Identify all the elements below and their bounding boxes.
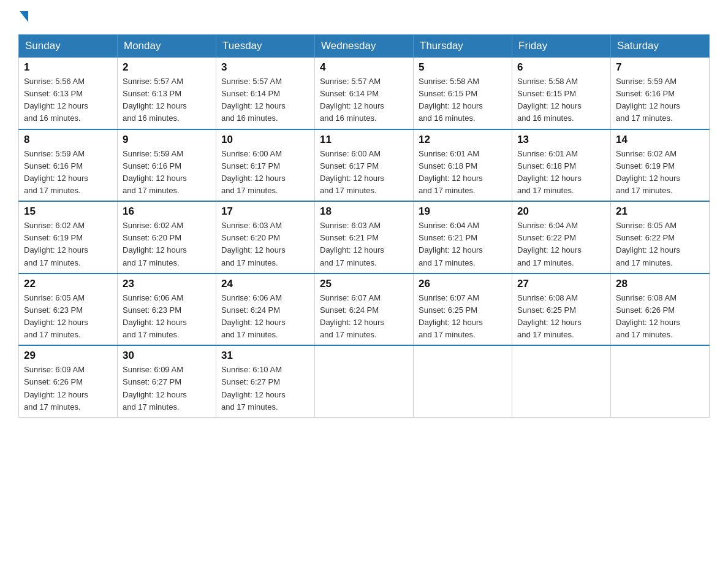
calendar-cell: 27 Sunrise: 6:08 AMSunset: 6:25 PMDaylig… <box>512 274 611 346</box>
calendar-cell: 9 Sunrise: 5:59 AMSunset: 6:16 PMDayligh… <box>118 129 216 202</box>
day-number: 14 <box>616 134 704 146</box>
day-info: Sunrise: 5:59 AMSunset: 6:16 PMDaylight:… <box>24 149 88 195</box>
day-number: 27 <box>517 278 605 290</box>
calendar-cell <box>315 345 414 417</box>
day-info: Sunrise: 6:07 AMSunset: 6:24 PMDaylight:… <box>320 293 384 339</box>
day-info: Sunrise: 6:03 AMSunset: 6:21 PMDaylight:… <box>320 221 384 267</box>
day-info: Sunrise: 5:58 AMSunset: 6:15 PMDaylight:… <box>517 77 582 123</box>
week-row-3: 15 Sunrise: 6:02 AMSunset: 6:19 PMDaylig… <box>19 201 710 274</box>
day-info: Sunrise: 6:02 AMSunset: 6:20 PMDaylight:… <box>123 221 187 267</box>
logo <box>18 12 28 23</box>
day-number: 21 <box>616 205 704 218</box>
calendar-cell: 14 Sunrise: 6:02 AMSunset: 6:19 PMDaylig… <box>611 129 710 202</box>
day-info: Sunrise: 6:07 AMSunset: 6:25 PMDaylight:… <box>419 293 483 339</box>
day-info: Sunrise: 5:59 AMSunset: 6:16 PMDaylight:… <box>123 149 187 195</box>
week-row-5: 29 Sunrise: 6:09 AMSunset: 6:26 PMDaylig… <box>19 345 710 417</box>
day-number: 9 <box>123 134 211 146</box>
calendar-cell: 30 Sunrise: 6:09 AMSunset: 6:27 PMDaylig… <box>118 345 216 417</box>
page-header <box>18 12 710 23</box>
calendar-cell: 17 Sunrise: 6:03 AMSunset: 6:20 PMDaylig… <box>216 201 315 274</box>
header-thursday: Thursday <box>414 35 512 58</box>
day-info: Sunrise: 6:03 AMSunset: 6:20 PMDaylight:… <box>221 221 286 267</box>
calendar-cell: 25 Sunrise: 6:07 AMSunset: 6:24 PMDaylig… <box>315 274 414 346</box>
day-info: Sunrise: 6:08 AMSunset: 6:26 PMDaylight:… <box>616 293 680 339</box>
day-info: Sunrise: 6:10 AMSunset: 6:27 PMDaylight:… <box>221 365 286 411</box>
day-info: Sunrise: 5:58 AMSunset: 6:15 PMDaylight:… <box>419 77 483 123</box>
day-info: Sunrise: 5:59 AMSunset: 6:16 PMDaylight:… <box>616 77 680 123</box>
day-info: Sunrise: 6:01 AMSunset: 6:18 PMDaylight:… <box>517 149 582 195</box>
day-number: 23 <box>123 278 211 290</box>
calendar-cell: 20 Sunrise: 6:04 AMSunset: 6:22 PMDaylig… <box>512 201 611 274</box>
calendar-cell: 21 Sunrise: 6:05 AMSunset: 6:22 PMDaylig… <box>611 201 710 274</box>
week-row-1: 1 Sunrise: 5:56 AMSunset: 6:13 PMDayligh… <box>19 58 710 129</box>
header-friday: Friday <box>512 35 611 58</box>
day-number: 18 <box>320 205 408 218</box>
day-number: 13 <box>517 134 605 146</box>
calendar-cell: 29 Sunrise: 6:09 AMSunset: 6:26 PMDaylig… <box>19 345 118 417</box>
calendar-header-row: SundayMondayTuesdayWednesdayThursdayFrid… <box>19 35 710 58</box>
calendar-cell: 13 Sunrise: 6:01 AMSunset: 6:18 PMDaylig… <box>512 129 611 202</box>
calendar-cell: 24 Sunrise: 6:06 AMSunset: 6:24 PMDaylig… <box>216 274 315 346</box>
day-number: 4 <box>320 61 408 74</box>
calendar-cell: 10 Sunrise: 6:00 AMSunset: 6:17 PMDaylig… <box>216 129 315 202</box>
calendar-cell: 8 Sunrise: 5:59 AMSunset: 6:16 PMDayligh… <box>19 129 118 202</box>
day-number: 16 <box>123 205 211 218</box>
calendar-cell: 12 Sunrise: 6:01 AMSunset: 6:18 PMDaylig… <box>414 129 512 202</box>
day-number: 17 <box>221 205 309 218</box>
day-number: 15 <box>24 205 112 218</box>
day-number: 31 <box>221 350 309 362</box>
calendar-cell: 23 Sunrise: 6:06 AMSunset: 6:23 PMDaylig… <box>118 274 216 346</box>
day-info: Sunrise: 6:02 AMSunset: 6:19 PMDaylight:… <box>24 221 88 267</box>
day-info: Sunrise: 6:00 AMSunset: 6:17 PMDaylight:… <box>221 149 286 195</box>
day-number: 6 <box>517 61 605 74</box>
day-info: Sunrise: 6:01 AMSunset: 6:18 PMDaylight:… <box>419 149 483 195</box>
day-number: 20 <box>517 205 605 218</box>
header-tuesday: Tuesday <box>216 35 315 58</box>
calendar-cell: 22 Sunrise: 6:05 AMSunset: 6:23 PMDaylig… <box>19 274 118 346</box>
calendar-cell: 16 Sunrise: 6:02 AMSunset: 6:20 PMDaylig… <box>118 201 216 274</box>
day-number: 28 <box>616 278 704 290</box>
day-info: Sunrise: 5:56 AMSunset: 6:13 PMDaylight:… <box>24 77 88 123</box>
day-info: Sunrise: 6:04 AMSunset: 6:22 PMDaylight:… <box>517 221 582 267</box>
calendar-cell: 3 Sunrise: 5:57 AMSunset: 6:14 PMDayligh… <box>216 58 315 129</box>
day-number: 26 <box>419 278 507 290</box>
day-info: Sunrise: 6:09 AMSunset: 6:27 PMDaylight:… <box>123 365 187 411</box>
day-info: Sunrise: 6:00 AMSunset: 6:17 PMDaylight:… <box>320 149 384 195</box>
calendar-cell: 18 Sunrise: 6:03 AMSunset: 6:21 PMDaylig… <box>315 201 414 274</box>
header-saturday: Saturday <box>611 35 710 58</box>
calendar-cell: 19 Sunrise: 6:04 AMSunset: 6:21 PMDaylig… <box>414 201 512 274</box>
day-number: 7 <box>616 61 704 74</box>
day-number: 19 <box>419 205 507 218</box>
day-number: 3 <box>221 61 309 74</box>
calendar-cell: 26 Sunrise: 6:07 AMSunset: 6:25 PMDaylig… <box>414 274 512 346</box>
calendar-cell <box>611 345 710 417</box>
calendar-cell: 7 Sunrise: 5:59 AMSunset: 6:16 PMDayligh… <box>611 58 710 129</box>
calendar-cell <box>414 345 512 417</box>
day-info: Sunrise: 6:06 AMSunset: 6:23 PMDaylight:… <box>123 293 187 339</box>
day-info: Sunrise: 6:04 AMSunset: 6:21 PMDaylight:… <box>419 221 483 267</box>
day-info: Sunrise: 6:09 AMSunset: 6:26 PMDaylight:… <box>24 365 88 411</box>
calendar-cell: 28 Sunrise: 6:08 AMSunset: 6:26 PMDaylig… <box>611 274 710 346</box>
calendar-cell: 11 Sunrise: 6:00 AMSunset: 6:17 PMDaylig… <box>315 129 414 202</box>
day-number: 10 <box>221 134 309 146</box>
day-number: 22 <box>24 278 112 290</box>
day-info: Sunrise: 6:05 AMSunset: 6:22 PMDaylight:… <box>616 221 680 267</box>
day-number: 29 <box>24 350 112 362</box>
day-info: Sunrise: 6:02 AMSunset: 6:19 PMDaylight:… <box>616 149 680 195</box>
logo-arrow-icon <box>20 11 28 22</box>
day-number: 1 <box>24 61 112 74</box>
day-number: 8 <box>24 134 112 146</box>
week-row-2: 8 Sunrise: 5:59 AMSunset: 6:16 PMDayligh… <box>19 129 710 202</box>
day-number: 25 <box>320 278 408 290</box>
day-number: 11 <box>320 134 408 146</box>
header-wednesday: Wednesday <box>315 35 414 58</box>
calendar-cell: 4 Sunrise: 5:57 AMSunset: 6:14 PMDayligh… <box>315 58 414 129</box>
week-row-4: 22 Sunrise: 6:05 AMSunset: 6:23 PMDaylig… <box>19 274 710 346</box>
calendar-cell <box>512 345 611 417</box>
day-number: 30 <box>123 350 211 362</box>
calendar-cell: 6 Sunrise: 5:58 AMSunset: 6:15 PMDayligh… <box>512 58 611 129</box>
day-number: 24 <box>221 278 309 290</box>
day-number: 12 <box>419 134 507 146</box>
header-monday: Monday <box>118 35 216 58</box>
day-number: 2 <box>123 61 211 74</box>
